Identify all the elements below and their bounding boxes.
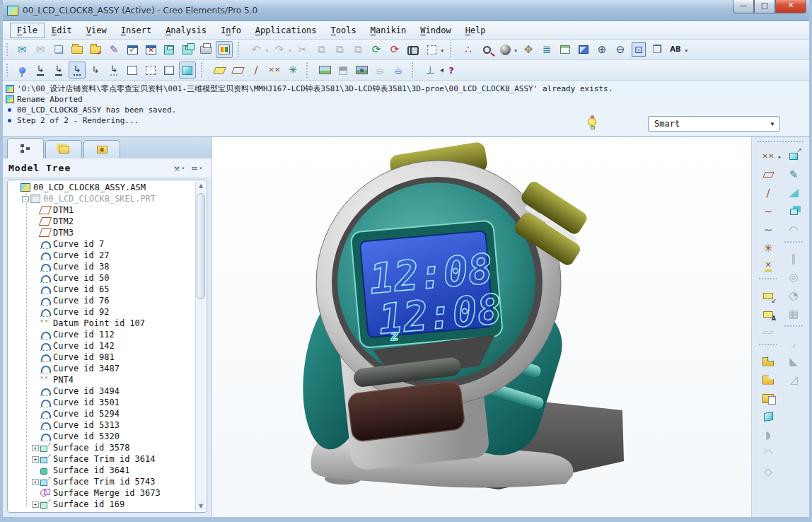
backup-button[interactable]: ▾▸ (179, 41, 196, 58)
appearance-gallery-button[interactable]: ▾▸ (216, 41, 233, 58)
round-tool[interactable]: ◞▾▸ (785, 335, 802, 352)
relations-button[interactable]: ∴▾▸ (460, 41, 477, 58)
sketch-tool[interactable]: ∼▾▸ (760, 221, 777, 238)
tab-folder-browser[interactable] (45, 140, 82, 158)
context-help-button[interactable]: ?▾▸ (440, 62, 457, 79)
tree-item[interactable]: Curve id 5313 (9, 419, 195, 431)
saved-views-button[interactable]: AB▾▸ (667, 41, 684, 58)
scenery-toggle[interactable]: ▾▸ (316, 62, 333, 79)
menu-info[interactable]: Info (214, 23, 248, 38)
repaint-button[interactable]: ▾▸ (575, 41, 592, 58)
axis-display-toggle[interactable]: ∕▾▸ (248, 62, 265, 79)
refit-button[interactable]: ⊡▾▸ (630, 41, 647, 58)
assemble-manikin-button[interactable]: ▾▸ (760, 371, 777, 388)
suspended-items-bulb-icon[interactable] (588, 117, 597, 130)
point-display-toggle[interactable]: ✕✕▾▸ (266, 62, 283, 79)
tree-expander[interactable] (32, 230, 39, 236)
undo-button[interactable]: ↶▾▸ (248, 41, 265, 58)
tree-item[interactable]: Curve id 50 (9, 272, 195, 284)
edge-style-solid-button[interactable]: ↳▾▸ (32, 62, 49, 79)
spin-center-toggle[interactable]: ▾▸ (13, 62, 30, 79)
sweep-button[interactable]: ◠▾▸ (760, 445, 777, 462)
tree-item[interactable]: Surface Merge id 3673 (9, 487, 195, 499)
new-file-button[interactable]: ❏▾▸ (50, 41, 67, 58)
menu-edit[interactable]: Edit (45, 23, 79, 38)
tree-expander[interactable] (32, 388, 39, 395)
paste-special-button[interactable]: ⧉▾▸ (349, 41, 366, 58)
minimize-button[interactable]: — (733, 0, 754, 13)
tree-item[interactable]: Curve id 112 (9, 329, 195, 340)
tree-item[interactable]: Curve id 38 (9, 261, 195, 272)
tree-expander[interactable] (32, 343, 39, 349)
shaded-button[interactable]: ▾▸ (179, 62, 196, 79)
mail-link-button[interactable]: ✉▾▸ (32, 41, 49, 58)
tree-item-assembly[interactable]: 00_LCD_CLOCK8_ASSY.ASM (9, 182, 195, 193)
tree-expander[interactable] (32, 298, 39, 304)
wireframe-button[interactable]: ▾▸ (124, 62, 141, 79)
zoom-out-button[interactable]: ⊖▾▸ (612, 41, 629, 58)
tree-item[interactable]: Curve id 76 (9, 295, 195, 306)
tree-expander[interactable] (32, 332, 39, 338)
no-hidden-button[interactable]: ▾▸ (161, 62, 178, 79)
tree-expander[interactable] (32, 377, 39, 383)
perspective-button[interactable]: ⬒▾▸ (335, 62, 352, 79)
selection-filter-dropdown[interactable]: Smart ▼ (648, 116, 779, 132)
spin-center-grab-button[interactable]: ✥▾▸ (520, 41, 537, 58)
tree-expander[interactable] (32, 241, 39, 248)
close-button[interactable]: ✕ (775, 0, 806, 13)
boundary-blend-tool[interactable]: ◠▾▸ (785, 221, 802, 238)
extrude-button[interactable]: ▾▸ (760, 408, 777, 425)
render-window-button[interactable]: ☕▾▸ (390, 62, 407, 79)
tree-item[interactable]: Curve id 142 (9, 340, 195, 352)
tree-expander[interactable] (32, 309, 39, 315)
datum-axes-toggle[interactable]: ▾▸ (229, 62, 246, 79)
flat-surface-tool[interactable]: ▾▸ (760, 287, 777, 304)
tree-expander[interactable] (12, 185, 19, 191)
graphics-area[interactable]: 12:08 12:08 z (212, 137, 751, 517)
datum-plane-tool[interactable]: ▾▸ (760, 166, 777, 183)
cut-button[interactable]: ✂▾▸ (294, 41, 311, 58)
tree-expander[interactable] (32, 253, 39, 259)
datum-planes-toggle[interactable]: ▾▸ (211, 62, 228, 79)
title-bar[interactable]: 00_LCD_CLOCK8_ASSY (Active) - Creo Eleme… (3, 0, 809, 21)
revolve-button[interactable]: ◗▾▸ (760, 427, 777, 443)
tab-favorites[interactable]: ✱ (83, 140, 120, 158)
file-set-button[interactable]: ▾▸ (87, 41, 104, 58)
scrollbar-thumb[interactable] (197, 193, 205, 299)
tree-item[interactable]: Curve id 5294 (9, 408, 195, 419)
redo-button[interactable]: ↷▾▸ (271, 41, 288, 58)
tab-model-tree[interactable] (7, 138, 44, 158)
datum-point-tool[interactable]: ✕✕▾▸ (760, 148, 777, 165)
datum-axis-tool[interactable]: ∕▾▸ (760, 185, 777, 202)
tree-expander[interactable] (32, 468, 39, 474)
tree-item[interactable]: Curve id 3494 (9, 385, 195, 397)
environment-button[interactable]: ▾▸ (353, 62, 370, 79)
extend-tool[interactable]: ▾▸ (785, 185, 802, 202)
tree-expander[interactable] (32, 411, 39, 417)
menu-analysis[interactable]: Analysis (158, 23, 214, 38)
tree-item[interactable]: Curve id 5320 (9, 431, 195, 442)
tree-expander[interactable]: - (22, 196, 29, 202)
paste-button[interactable]: ⧉▾▸ (331, 41, 348, 58)
copy-button[interactable]: ⧉▾▸ (313, 41, 330, 58)
tree-expander[interactable] (32, 434, 39, 440)
tree-scrollbar[interactable]: ▲ ▼ (195, 182, 205, 511)
menu-applications[interactable]: Applications (248, 23, 324, 38)
render-setup-button[interactable]: ☕▾▸ (371, 62, 388, 79)
csys-tool[interactable]: ✳▾▸ (760, 240, 777, 257)
tree-item[interactable]: Curve id 3501 (9, 397, 195, 408)
find-button[interactable]: ▾▸ (405, 41, 422, 58)
edge-style-dash-button[interactable]: ↳▾▸ (50, 62, 67, 79)
intersect-tool[interactable]: ◔▾▸ (785, 287, 802, 304)
scroll-down-icon[interactable]: ▼ (197, 502, 205, 511)
tree-item[interactable]: Curve id 92 (9, 306, 195, 318)
tree-item[interactable]: Datum Point id 107 (9, 318, 195, 329)
tree-expander[interactable] (32, 286, 39, 293)
menu-tools[interactable]: Tools (324, 23, 364, 38)
tree-item[interactable]: Curve id 27 (9, 250, 195, 261)
menu-manikin[interactable]: Manikin (364, 23, 414, 38)
display-style-button[interactable]: ▾▸ (497, 41, 514, 58)
maximize-button[interactable]: □ (754, 0, 775, 13)
select-box-button[interactable]: ▾▸ (423, 41, 440, 58)
hidden-line-button[interactable]: ▾▸ (142, 62, 159, 79)
